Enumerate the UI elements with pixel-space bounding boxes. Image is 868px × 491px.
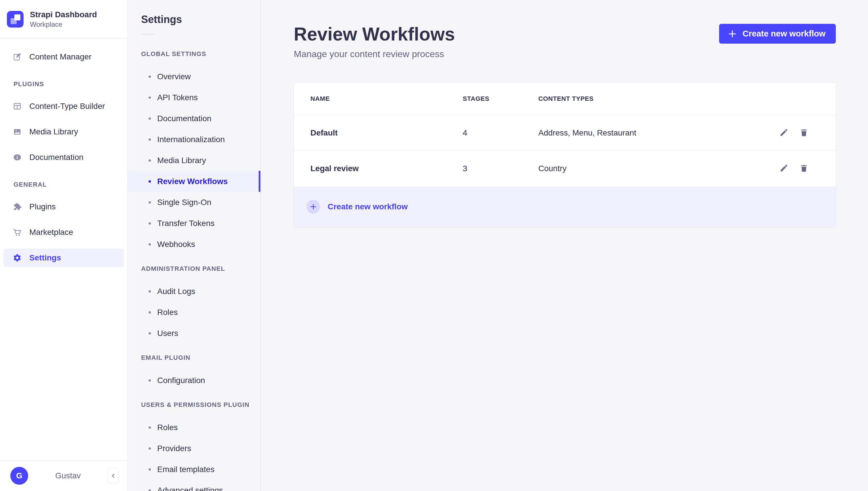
- workflow-name: Legal review: [310, 164, 463, 173]
- subnav-item-label: Documentation: [157, 114, 211, 123]
- subnav-item-documentation[interactable]: Documentation: [128, 108, 261, 129]
- table-header-row: NAME STAGES CONTENT TYPES: [294, 83, 836, 115]
- bullet-icon: [148, 379, 151, 382]
- subnav-section-label: ADMINISTRATION PANEL: [141, 264, 261, 273]
- workflow-stages: 3: [463, 164, 538, 173]
- sidebar-item-media-library[interactable]: Media Library: [3, 123, 124, 141]
- picture-icon: [13, 127, 22, 136]
- subnav-item-roles[interactable]: Roles: [128, 417, 261, 438]
- sidebar-item-content-type-builder[interactable]: Content-Type Builder: [3, 97, 124, 115]
- subnav-item-label: API Tokens: [157, 93, 198, 102]
- workflow-row-legal-review[interactable]: Legal review3Country: [294, 151, 836, 186]
- subnav-item-advanced-settings[interactable]: Advanced settings: [128, 480, 261, 491]
- subnav-item-label: Transfer Tokens: [157, 219, 214, 228]
- subnav-item-label: Configuration: [157, 376, 205, 385]
- delete-workflow-button[interactable]: [799, 128, 808, 137]
- trash-icon: [799, 164, 808, 173]
- subnav-item-users[interactable]: Users: [128, 323, 261, 344]
- plus-circle-icon: [306, 200, 320, 213]
- subnav-item-configuration[interactable]: Configuration: [128, 370, 261, 391]
- workspace-header[interactable]: Strapi Dashboard Workplace: [0, 0, 127, 38]
- subnav-item-media-library[interactable]: Media Library: [128, 150, 261, 171]
- sidebar-section-label: PLUGINS: [13, 80, 127, 88]
- subnav-item-label: Providers: [157, 444, 191, 453]
- subnav-item-overview[interactable]: Overview: [128, 66, 261, 87]
- subnav-item-api-tokens[interactable]: API Tokens: [128, 87, 261, 108]
- bullet-icon: [148, 180, 151, 183]
- page-subtitle: Manage your content review process: [294, 48, 836, 60]
- bullet-icon: [148, 96, 151, 99]
- strapi-logo: [7, 11, 24, 28]
- settings-menu: GLOBAL SETTINGSOverviewAPI TokensDocumen…: [128, 50, 261, 491]
- subnav-item-audit-logs[interactable]: Audit Logs: [128, 281, 261, 302]
- subnav-section-label: GLOBAL SETTINGS: [141, 50, 261, 58]
- sidebar-item-settings[interactable]: Settings: [3, 249, 124, 267]
- create-button-label: Create new workflow: [743, 29, 825, 38]
- chevron-left-icon: [110, 473, 116, 479]
- subnav-item-providers[interactable]: Providers: [128, 438, 261, 459]
- create-workflow-footer-button[interactable]: Create new workflow: [294, 186, 836, 227]
- cart-icon: [13, 228, 22, 237]
- workflow-row-default[interactable]: Default4Address, Menu, Restaurant: [294, 115, 836, 151]
- column-header-content-types: CONTENT TYPES: [538, 95, 808, 103]
- content-area: Review Workflows Manage your content rev…: [261, 0, 868, 491]
- user-name[interactable]: Gustav: [28, 471, 108, 480]
- subnav-item-label: Single Sign-On: [157, 198, 211, 207]
- subnav-item-internationalization[interactable]: Internationalization: [128, 129, 261, 150]
- subnav-item-webhooks[interactable]: Webhooks: [128, 234, 261, 255]
- bullet-icon: [148, 332, 151, 335]
- subnav-item-label: Overview: [157, 72, 191, 81]
- bullet-icon: [148, 311, 151, 314]
- sidebar-item-label: Media Library: [29, 127, 78, 136]
- subnav-divider: [141, 34, 155, 34]
- main-sidebar: Strapi Dashboard Workplace Content Manag…: [0, 0, 128, 491]
- sidebar-item-plugins[interactable]: Plugins: [3, 198, 124, 216]
- bullet-icon: [148, 201, 151, 204]
- subnav-item-roles[interactable]: Roles: [128, 302, 261, 323]
- workspace-subtitle: Workplace: [30, 20, 97, 29]
- workflow-name: Default: [310, 128, 463, 138]
- workflows-card: NAME STAGES CONTENT TYPES Default4Addres…: [294, 83, 836, 227]
- bullet-icon: [148, 222, 151, 225]
- subnav-item-label: Audit Logs: [157, 287, 195, 296]
- workflow-content-types: Country: [538, 164, 780, 173]
- bullet-icon: [148, 468, 151, 471]
- main-nav: Content ManagerPLUGINSContent-Type Build…: [0, 38, 127, 267]
- column-header-name: NAME: [310, 95, 463, 103]
- subnav-item-label: Roles: [157, 423, 178, 432]
- layout-icon: [13, 102, 22, 111]
- subnav-item-label: Roles: [157, 308, 178, 317]
- feather-icon: [13, 53, 22, 61]
- sidebar-item-label: Marketplace: [29, 228, 73, 237]
- gear-icon: [13, 254, 22, 262]
- sidebar-item-label: Plugins: [29, 202, 56, 211]
- edit-workflow-button[interactable]: [780, 128, 788, 137]
- bullet-icon: [148, 426, 151, 429]
- bullet-icon: [148, 447, 151, 450]
- sidebar-item-content-manager[interactable]: Content Manager: [3, 48, 124, 66]
- subnav-item-label: Review Workflows: [157, 177, 228, 186]
- subnav-item-label: Media Library: [157, 156, 206, 165]
- delete-workflow-button[interactable]: [799, 164, 808, 173]
- avatar[interactable]: G: [10, 467, 28, 485]
- sidebar-user-footer: G Gustav: [0, 460, 127, 491]
- subnav-item-transfer-tokens[interactable]: Transfer Tokens: [128, 213, 261, 234]
- page-header: Review Workflows Manage your content rev…: [294, 0, 836, 60]
- sidebar-item-label: Content Manager: [29, 52, 91, 61]
- bullet-icon: [148, 243, 151, 246]
- subnav-item-email-templates[interactable]: Email templates: [128, 459, 261, 480]
- trash-icon: [799, 128, 808, 137]
- sidebar-item-marketplace[interactable]: Marketplace: [3, 223, 124, 241]
- subnav-section-label: USERS & PERMISSIONS PLUGIN: [141, 401, 261, 409]
- workspace-title: Strapi Dashboard: [30, 10, 97, 20]
- plus-icon: [728, 29, 743, 38]
- collapse-sidebar-button[interactable]: [108, 468, 119, 483]
- workflow-stages: 4: [463, 128, 538, 138]
- edit-workflow-button[interactable]: [780, 164, 788, 173]
- create-new-workflow-button[interactable]: Create new workflow: [719, 24, 836, 44]
- subnav-item-review-workflows[interactable]: Review Workflows: [128, 171, 261, 192]
- row-actions: [780, 164, 808, 173]
- workflow-content-types: Address, Menu, Restaurant: [538, 128, 780, 138]
- subnav-item-single-sign-on[interactable]: Single Sign-On: [128, 192, 261, 213]
- sidebar-item-documentation[interactable]: Documentation: [3, 148, 124, 167]
